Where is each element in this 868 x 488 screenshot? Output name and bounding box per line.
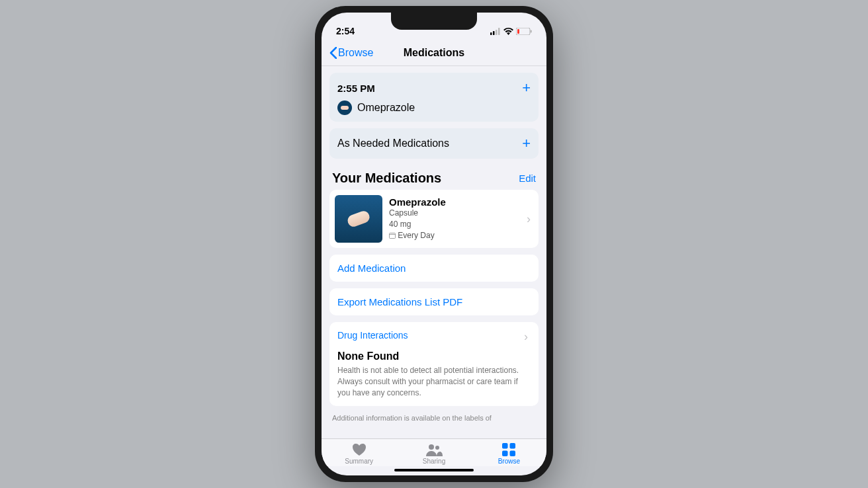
back-label: Browse (338, 47, 373, 59)
interactions-status: None Found (337, 350, 531, 362)
svg-point-9 (429, 444, 434, 450)
your-medications-header: Your Medications Edit (332, 171, 536, 186)
status-time: 2:54 (336, 26, 355, 36)
svg-rect-7 (390, 233, 396, 238)
as-needed-label: As Needed Medications (337, 138, 449, 149)
pill-icon (337, 101, 352, 115)
drug-interactions-card[interactable]: Drug Interactions › None Found Health is… (329, 322, 539, 406)
svg-rect-5 (517, 29, 519, 34)
schedule-time: 2:55 PM (337, 83, 375, 94)
schedule-med-row[interactable]: Omeprazole (337, 101, 531, 115)
medication-info: Omeprazole Capsule 40 mg Every Day (389, 196, 520, 241)
svg-rect-3 (498, 28, 500, 35)
your-medications-title: Your Medications (332, 171, 441, 186)
svg-rect-14 (510, 451, 516, 457)
footer-text: Additional information is available on t… (332, 414, 536, 422)
tab-browse[interactable]: Browse (472, 443, 546, 465)
interactions-description: Health is not able to detect all potenti… (337, 365, 531, 398)
add-medication-button[interactable]: Add Medication (329, 255, 539, 282)
medication-card[interactable]: Omeprazole Capsule 40 mg Every Day › (329, 190, 539, 248)
svg-rect-11 (502, 443, 508, 449)
add-as-needed-button[interactable]: + (522, 135, 531, 152)
schedule-med-name: Omeprazole (357, 102, 415, 114)
chevron-right-icon: › (524, 330, 531, 344)
back-button[interactable]: Browse (329, 47, 373, 59)
phone-frame: 2:54 Browse Medications 2:55 PM + Omepra… (315, 6, 553, 482)
chevron-left-icon (329, 47, 337, 59)
tab-summary[interactable]: Summary (322, 443, 396, 465)
wifi-icon (503, 28, 513, 35)
status-indicators (490, 28, 532, 35)
calendar-icon (389, 232, 396, 239)
medication-frequency: Every Day (389, 230, 520, 241)
svg-rect-13 (502, 451, 508, 457)
svg-rect-12 (510, 443, 516, 449)
drug-interactions-title: Drug Interactions (337, 330, 408, 344)
nav-bar: Browse Medications (322, 43, 546, 66)
heart-icon (352, 443, 367, 456)
svg-point-10 (435, 446, 439, 450)
medication-image (335, 195, 382, 243)
as-needed-card[interactable]: As Needed Medications + (329, 128, 539, 159)
edit-button[interactable]: Edit (519, 173, 536, 184)
tab-bar: Summary Sharing Browse (322, 438, 546, 466)
screen: 2:54 Browse Medications 2:55 PM + Omepra… (322, 13, 546, 475)
schedule-card[interactable]: 2:55 PM + Omeprazole (329, 73, 539, 122)
svg-rect-6 (531, 30, 532, 32)
medication-form: Capsule (389, 208, 520, 219)
add-schedule-button[interactable]: + (522, 79, 531, 97)
medication-dose: 40 mg (389, 219, 520, 230)
grid-icon (502, 443, 515, 456)
svg-rect-1 (493, 31, 495, 35)
people-icon (425, 443, 443, 456)
export-pdf-button[interactable]: Export Medications List PDF (329, 288, 539, 315)
notch (391, 13, 477, 30)
home-indicator[interactable] (394, 469, 474, 471)
battery-icon (516, 28, 532, 35)
content-scroll[interactable]: 2:55 PM + Omeprazole As Needed Medicatio… (322, 66, 546, 438)
svg-rect-2 (496, 30, 498, 35)
signal-icon (490, 28, 501, 35)
tab-sharing[interactable]: Sharing (396, 443, 471, 465)
svg-rect-0 (490, 32, 492, 35)
chevron-right-icon: › (527, 212, 533, 226)
medication-name: Omeprazole (389, 196, 520, 208)
